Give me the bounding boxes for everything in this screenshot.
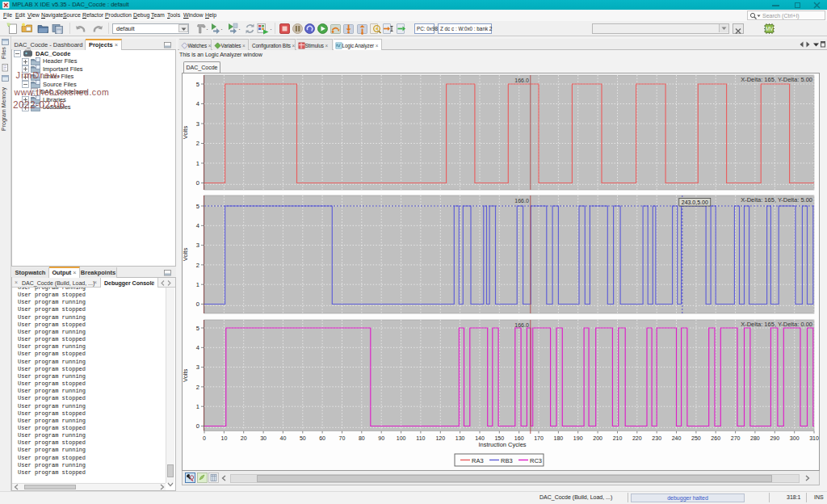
svg-text:60: 60 bbox=[319, 435, 325, 441]
svg-text:0: 0 bbox=[203, 435, 206, 441]
svg-text:RA3: RA3 bbox=[472, 457, 484, 464]
svg-text:MV: MV bbox=[766, 26, 774, 32]
svg-text:243.0,5.00: 243.0,5.00 bbox=[682, 200, 708, 205]
svg-text:2: 2 bbox=[196, 262, 199, 269]
svg-text:40: 40 bbox=[280, 435, 287, 441]
svg-text:100: 100 bbox=[397, 435, 406, 441]
svg-text:220: 220 bbox=[632, 435, 642, 441]
svg-text:2: 2 bbox=[196, 140, 199, 147]
svg-text:210: 210 bbox=[613, 435, 623, 441]
svg-text:2: 2 bbox=[196, 384, 199, 391]
svg-text:RB3: RB3 bbox=[501, 457, 513, 464]
svg-text:166.0: 166.0 bbox=[514, 78, 529, 83]
svg-text:50: 50 bbox=[300, 435, 306, 441]
svg-text:90: 90 bbox=[378, 435, 384, 441]
svg-text:3: 3 bbox=[196, 242, 199, 249]
svg-text:150: 150 bbox=[494, 435, 504, 441]
svg-text:280: 280 bbox=[750, 435, 760, 441]
svg-text:4: 4 bbox=[196, 344, 199, 351]
svg-text:230: 230 bbox=[652, 435, 661, 441]
svg-text:310: 310 bbox=[809, 435, 819, 441]
svg-text:0: 0 bbox=[196, 179, 199, 187]
svg-text:4: 4 bbox=[196, 100, 199, 107]
svg-text:Volts: Volts bbox=[182, 368, 189, 382]
svg-text:1: 1 bbox=[196, 403, 199, 410]
svg-text:Volts: Volts bbox=[182, 248, 189, 262]
svg-text:290: 290 bbox=[770, 435, 779, 441]
svg-text:166.0: 166.0 bbox=[514, 198, 529, 204]
svg-text:260: 260 bbox=[711, 435, 720, 441]
svg-text:3: 3 bbox=[196, 363, 199, 371]
svg-text:10: 10 bbox=[221, 435, 228, 441]
svg-text:0: 0 bbox=[196, 422, 199, 430]
svg-text:1: 1 bbox=[196, 160, 199, 167]
svg-text:1: 1 bbox=[196, 281, 199, 288]
svg-text:130: 130 bbox=[455, 435, 465, 441]
svg-text:200: 200 bbox=[593, 435, 602, 441]
svg-text:300: 300 bbox=[790, 435, 800, 441]
svg-text:250: 250 bbox=[691, 435, 701, 441]
svg-text:5: 5 bbox=[196, 325, 199, 332]
svg-text:20: 20 bbox=[241, 435, 247, 441]
svg-text:270: 270 bbox=[731, 435, 741, 441]
svg-text:190: 190 bbox=[573, 435, 583, 441]
svg-text:Volts: Volts bbox=[182, 126, 189, 140]
svg-text:X-Delta: 165, Y-Delta: 5.00: X-Delta: 165, Y-Delta: 5.00 bbox=[741, 76, 812, 83]
svg-text:3: 3 bbox=[196, 120, 199, 128]
svg-text:110: 110 bbox=[416, 435, 425, 441]
svg-text:5: 5 bbox=[196, 81, 199, 88]
svg-text:30: 30 bbox=[260, 435, 267, 441]
svg-text:X-Delta: 165, Y-Delta: 0.00: X-Delta: 165, Y-Delta: 0.00 bbox=[741, 321, 812, 328]
svg-text:Instruction Cycles: Instruction Cycles bbox=[478, 441, 526, 448]
svg-text:140: 140 bbox=[475, 435, 485, 441]
svg-text:0: 0 bbox=[196, 300, 199, 308]
svg-text:240: 240 bbox=[672, 435, 682, 441]
svg-text:4: 4 bbox=[196, 222, 199, 229]
svg-text:166.0: 166.0 bbox=[514, 322, 529, 328]
svg-text:160: 160 bbox=[514, 435, 524, 441]
svg-text:X-Delta: 165, Y-Delta: 5.00: X-Delta: 165, Y-Delta: 5.00 bbox=[741, 196, 812, 204]
svg-text:120: 120 bbox=[435, 435, 445, 441]
svg-text:5: 5 bbox=[196, 203, 199, 210]
svg-text:70: 70 bbox=[339, 435, 346, 441]
svg-text:RC3: RC3 bbox=[530, 457, 542, 464]
svg-text:170: 170 bbox=[534, 435, 544, 441]
svg-text:180: 180 bbox=[554, 435, 564, 441]
svg-text:80: 80 bbox=[359, 435, 365, 441]
